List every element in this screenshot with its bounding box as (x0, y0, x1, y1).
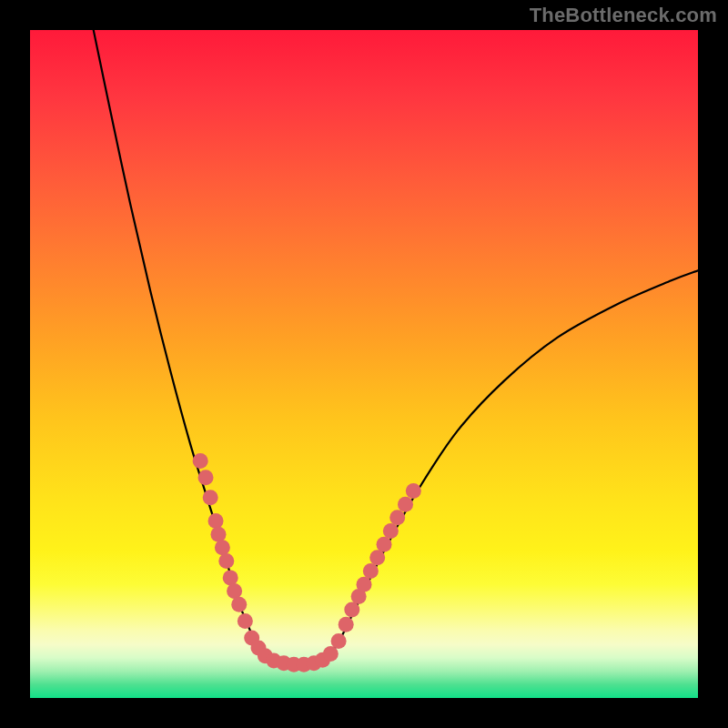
curve-dot (339, 617, 354, 632)
curve-dot (208, 513, 224, 529)
curve-dot (363, 563, 379, 579)
curve-dot (389, 510, 405, 525)
curve-dot (223, 570, 238, 585)
curve-dot (331, 633, 347, 649)
curve-dot (210, 527, 226, 542)
curve-dot (377, 537, 392, 552)
chart-svg (30, 30, 698, 698)
curve-dot (193, 453, 208, 469)
curve-dot (218, 553, 234, 569)
curve-dot (198, 470, 214, 485)
watermark-text: TheBottleneck.com (530, 4, 717, 27)
curve-dot (215, 540, 230, 555)
plot-area (30, 30, 698, 698)
curve-dot (231, 597, 247, 612)
bottleneck-curve (94, 30, 698, 665)
curve-dot (406, 483, 421, 499)
curve-dot (344, 602, 359, 618)
curve-dot (357, 577, 372, 592)
curve-markers (193, 453, 421, 672)
curve-dot (369, 550, 385, 565)
curve-dot (203, 490, 218, 505)
curve-dot (383, 523, 399, 539)
chart-frame: TheBottleneck.com (0, 0, 728, 728)
curve-dot (238, 613, 253, 629)
curve-dot (227, 583, 242, 599)
curve-dot (398, 497, 413, 512)
